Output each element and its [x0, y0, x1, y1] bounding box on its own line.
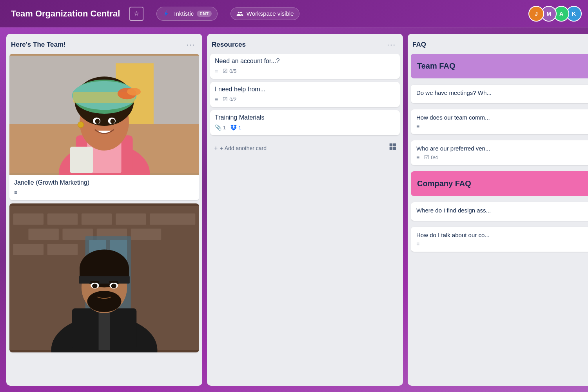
workspace-name: Inktistic	[174, 10, 194, 17]
check-icon: ☑	[424, 154, 429, 160]
app-header: Team Organization Central ☆ Inktistic EN…	[0, 0, 588, 27]
desc-icon-comm: ≡	[416, 123, 419, 129]
faq-item-culture[interactable]: How do I talk about our co... ≡	[411, 227, 588, 252]
card-help[interactable]: I need help from... ≡ ☑ 0/2	[210, 82, 400, 107]
column-title-team: Here's The Team!	[11, 41, 66, 49]
desc-icon-help: ≡	[215, 96, 218, 102]
lines-icon: ≡	[416, 123, 419, 129]
card-content-help: I need help from... ≡ ☑ 0/2	[210, 82, 400, 107]
faq-team-title: Team FAQ	[417, 62, 588, 71]
column-menu-resources[interactable]: ···	[385, 39, 398, 50]
faq-meta-comm: ≡	[416, 123, 588, 129]
column-title-resources: Resources	[212, 41, 246, 49]
card-content-janelle: Janelle (Growth Marketing) ≡	[9, 175, 199, 200]
ent-badge: ENT	[197, 11, 212, 17]
svg-point-13	[127, 88, 141, 95]
desc-icon-culture: ≡	[416, 241, 419, 247]
card-image-janelle	[9, 54, 199, 175]
card-janelle[interactable]: Janelle (Growth Marketing) ≡	[9, 54, 199, 200]
svg-point-18	[78, 122, 83, 127]
faq-item-design[interactable]: Where do I find design ass...	[411, 202, 588, 221]
svg-rect-22	[13, 213, 44, 225]
card-account[interactable]: Need an account for...? ≡ ☑ 0/5	[210, 54, 400, 79]
lines-icon: ≡	[416, 241, 419, 247]
column-team: Here's The Team! ···	[6, 34, 202, 386]
column-menu-faq[interactable]: ···	[585, 39, 588, 50]
card-content-account: Need an account for...? ≡ ☑ 0/5	[210, 54, 400, 79]
svg-rect-52	[109, 281, 118, 283]
faq-item-title-comm: How does our team comm...	[416, 114, 588, 121]
team-cards: Janelle (Growth Marketing) ≡	[9, 54, 199, 382]
faq-cards: Team FAQ Do we have meetings? Wh... How …	[411, 54, 588, 382]
card-template-button[interactable]	[386, 141, 400, 154]
lines-icon: ≡	[14, 189, 17, 196]
checklist-account: ☑ 0/5	[223, 68, 236, 74]
add-card-label: + Add another card	[220, 145, 267, 151]
card-image-person2	[9, 203, 199, 352]
add-card-row: + + Add another card	[210, 140, 400, 155]
svg-point-16	[95, 119, 100, 124]
faq-section-team[interactable]: Team FAQ	[411, 54, 588, 78]
faq-item-title-meetings: Do we have meetings? Wh...	[416, 89, 588, 96]
attachment-training: 📎 1	[215, 124, 226, 131]
card-training[interactable]: Training Materials 📎 1 1	[210, 110, 400, 135]
column-faq: FAQ ··· Team FAQ Do we have meetings? Wh…	[408, 34, 588, 386]
checklist-count-help: 0/2	[229, 96, 236, 102]
desc-icon-account: ≡	[215, 68, 218, 74]
svg-rect-25	[116, 213, 146, 225]
svg-rect-54	[393, 143, 396, 146]
lines-icon: ≡	[215, 68, 218, 74]
svg-rect-55	[390, 147, 393, 150]
svg-rect-27	[28, 229, 58, 240]
column-menu-team[interactable]: ···	[184, 39, 198, 50]
svg-rect-56	[393, 147, 396, 150]
board-title[interactable]: Team Organization Central	[6, 6, 125, 21]
column-resources: Resources ··· Need an account for...? ≡ …	[207, 34, 403, 386]
workspace-badge[interactable]: Inktistic ENT	[156, 7, 218, 21]
svg-rect-24	[82, 213, 112, 225]
faq-item-meetings[interactable]: Do we have meetings? Wh...	[411, 85, 588, 103]
card-meta-help: ≡ ☑ 0/2	[215, 96, 395, 102]
svg-rect-44	[79, 276, 130, 283]
desc-icon-vendors: ≡	[416, 154, 419, 160]
divider-2	[224, 7, 224, 21]
checklist-count-vendors: 0/4	[431, 154, 438, 160]
attachment-count-training: 1	[223, 125, 226, 131]
atlassian-logo-icon	[162, 9, 171, 18]
visibility-button[interactable]: Workspace visible	[230, 7, 300, 20]
svg-rect-31	[13, 244, 44, 255]
faq-meta-culture: ≡	[416, 241, 588, 247]
add-card-button[interactable]: + + Add another card	[210, 142, 386, 155]
avatar-group: J M A K	[528, 6, 582, 22]
person1-illustration	[9, 54, 199, 175]
faq-item-vendors[interactable]: Who are our preferred ven... ≡ ☑ 0/4	[411, 140, 588, 165]
svg-point-46	[94, 292, 115, 301]
card-name-janelle: Janelle (Growth Marketing)	[14, 179, 194, 186]
resources-cards: Need an account for...? ≡ ☑ 0/5 I	[210, 54, 400, 382]
faq-meta-vendors: ≡ ☑ 0/4	[416, 154, 588, 160]
card-meta-janelle: ≡	[14, 189, 194, 196]
person2-illustration	[9, 203, 199, 352]
svg-rect-53	[390, 143, 393, 146]
card-person2[interactable]	[9, 203, 199, 352]
avatar[interactable]: J	[528, 6, 544, 22]
faq-company-title: Company FAQ	[417, 179, 588, 188]
star-button[interactable]: ☆	[129, 7, 143, 21]
paperclip-icon: 📎	[215, 124, 221, 131]
svg-rect-39	[98, 308, 110, 350]
visibility-icon	[236, 10, 243, 17]
card-meta-training: 📎 1 1	[215, 124, 395, 131]
column-header-faq: FAQ ···	[411, 38, 588, 54]
checklist-count-account: 0/5	[229, 68, 236, 74]
lines-icon: ≡	[416, 154, 419, 160]
faq-item-team-comm[interactable]: How does our team comm... ≡	[411, 109, 588, 134]
svg-rect-19	[70, 147, 93, 173]
template-icon	[389, 143, 397, 151]
column-header-resources: Resources ···	[210, 38, 400, 54]
check-icon: ☑	[223, 96, 228, 102]
faq-section-company[interactable]: Company FAQ	[411, 171, 588, 196]
column-header-team: Here's The Team! ···	[9, 38, 199, 54]
dropbox-icon	[230, 124, 237, 131]
faq-item-title-culture: How do I talk about our co...	[416, 232, 588, 238]
svg-rect-30	[131, 229, 161, 240]
